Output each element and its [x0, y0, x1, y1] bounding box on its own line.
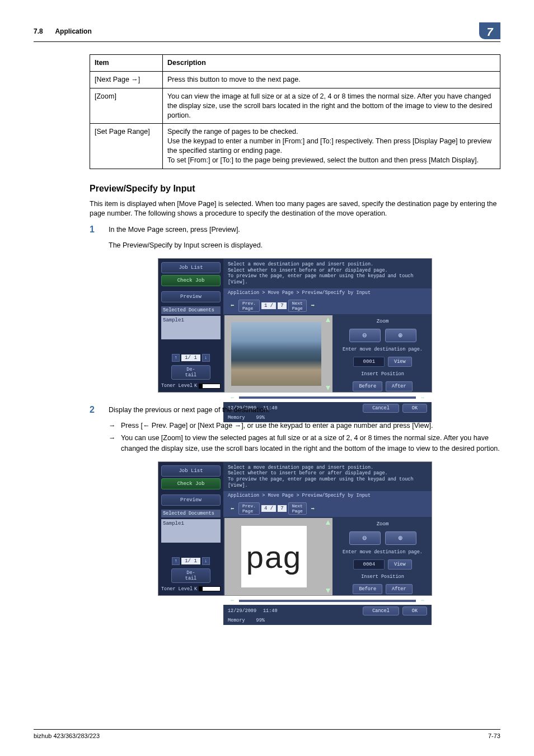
content-area: Item Description [Next Page →] Press thi… — [90, 54, 500, 596]
toner-k: K — [194, 383, 197, 389]
sub-bullet: → You can use [Zoom] to view the selecte… — [109, 433, 500, 453]
section-number: 7.8 — [34, 27, 43, 35]
section-label: 7.8 Application — [34, 27, 92, 35]
page-counter-current: 1 / — [261, 302, 276, 309]
selected-documents-header: Selected Documents — [161, 306, 221, 314]
svg-marker-1 — [326, 386, 330, 390]
page-footer: bizhub 423/363/283/223 7-73 — [34, 729, 500, 739]
status-bar-2: Memory 99% — [223, 616, 432, 625]
page-number-field[interactable]: 0004 — [353, 559, 385, 570]
horizontal-scroll: ⬅ ➡ — [223, 596, 432, 605]
zoom-out-button[interactable]: ⊖ — [349, 329, 381, 342]
h-scroll-track[interactable] — [239, 600, 416, 602]
toner-bar — [199, 586, 221, 591]
chapter-badge: 7 — [479, 22, 500, 39]
down-arrow-icon[interactable]: ↓ — [202, 354, 210, 362]
intro-paragraph: This item is displayed when [Move Page] … — [90, 199, 500, 219]
preview-tab[interactable]: Preview — [161, 494, 221, 506]
enter-dest-label: Enter move destination page. — [339, 549, 426, 555]
status-time: 11:40 — [263, 608, 278, 614]
scroll-right-icon[interactable]: ➡ — [418, 597, 427, 604]
toner-bar — [199, 384, 221, 389]
table-row: [Next Page →] Press this button to move … — [90, 71, 500, 88]
horizontal-scroll: ⬅ ➡ — [223, 394, 432, 402]
after-button[interactable]: After — [386, 381, 413, 391]
job-list-tab[interactable]: Job List — [161, 262, 221, 273]
scroll-down-icon[interactable] — [325, 385, 331, 391]
up-arrow-icon[interactable]: ↑ — [172, 557, 180, 565]
view-button[interactable]: View — [388, 357, 411, 367]
job-list-tab[interactable]: Job List — [161, 465, 221, 477]
step-2: 2 Display the previous or next page of t… — [90, 405, 500, 417]
ok-button[interactable]: OK — [402, 606, 427, 615]
after-button[interactable]: After — [386, 584, 413, 594]
selected-documents-header: Selected Documents — [161, 510, 221, 517]
detail-button[interactable]: De- tail — [171, 568, 210, 583]
toner-k: K — [194, 586, 197, 592]
page-counter-total: 7 — [278, 505, 286, 512]
before-button[interactable]: Before — [353, 584, 382, 594]
left-arrow-icon[interactable]: ⬅ — [228, 505, 237, 512]
prev-page-button[interactable]: Prev. Page — [238, 300, 260, 312]
zoom-out-button[interactable]: ⊖ — [349, 531, 381, 545]
instruction-text: Select a move destination page and inser… — [223, 259, 432, 288]
preview-tab[interactable]: Preview — [161, 291, 221, 302]
cancel-button[interactable]: Cancel — [363, 606, 399, 615]
scroll-up-icon[interactable] — [325, 519, 331, 526]
page-strip: ↑ 1/ 1 ↓ — [161, 354, 221, 362]
screenshot-figure-1: Job List Check Job Preview Selected Docu… — [90, 258, 500, 393]
down-arrow-icon[interactable]: ↓ — [202, 557, 210, 565]
zoom-in-button[interactable]: ⊕ — [385, 531, 416, 545]
page-strip-value: 1/ 1 — [181, 354, 200, 361]
th-desc: Description — [163, 55, 500, 72]
zoom-label: Zoom — [339, 521, 426, 527]
page-bar: ⬅ Prev. Page 4 / 7 Next Page ➡ — [223, 500, 432, 517]
step-number: 1 — [90, 225, 109, 235]
next-page-button[interactable]: Next Page — [288, 502, 307, 515]
scroll-down-icon[interactable] — [325, 587, 331, 594]
svg-marker-3 — [326, 589, 330, 593]
scroll-right-icon[interactable]: ➡ — [418, 394, 427, 402]
description-table: Item Description [Next Page →] Press thi… — [90, 54, 500, 169]
page-number-field[interactable]: 0001 — [353, 357, 385, 367]
left-arrow-icon[interactable]: ⬅ — [228, 302, 237, 309]
scroll-left-icon[interactable]: ⬅ — [228, 394, 237, 402]
check-job-tab[interactable]: Check Job — [161, 275, 221, 286]
step-text: Display the previous or next page of the… — [109, 405, 500, 415]
preview-image — [231, 322, 321, 386]
cell-desc: Press this button to move to the next pa… — [163, 71, 500, 88]
detail-button[interactable]: De- tail — [171, 365, 210, 380]
view-button[interactable]: View — [388, 559, 411, 570]
cell-item: [Zoom] — [90, 88, 163, 124]
sub-bullet-text: You can use [Zoom] to view the selected … — [121, 433, 500, 453]
toner-label: Toner Level — [161, 383, 193, 389]
page-counter-current: 4 / — [261, 505, 276, 512]
table-row: [Set Page Range] Specify the range of pa… — [90, 124, 500, 169]
page-counter-total: 7 — [278, 302, 286, 309]
h-scroll-track[interactable] — [239, 396, 416, 399]
toner-label: Toner Level — [161, 586, 193, 592]
page-strip-value: 1/ 1 — [181, 558, 200, 564]
prev-page-button[interactable]: Prev. Page — [238, 502, 260, 515]
subsection-heading: Preview/Specify by Input — [90, 184, 500, 194]
page-strip: ↑ 1/ 1 ↓ — [161, 557, 221, 565]
right-arrow-icon[interactable]: ➡ — [308, 505, 317, 512]
selected-documents-body: Sample1 — [161, 316, 221, 339]
before-button[interactable]: Before — [353, 381, 382, 391]
right-arrow-icon[interactable]: ➡ — [308, 302, 317, 309]
footer-product: bizhub 423/363/283/223 — [34, 732, 100, 739]
check-job-tab[interactable]: Check Job — [161, 478, 221, 489]
next-page-button[interactable]: Next Page — [288, 300, 307, 312]
sub-bullet-text: Press [← Prev. Page] or [Next Page →], o… — [121, 421, 500, 431]
scroll-left-icon[interactable]: ⬅ — [228, 597, 237, 604]
scroll-up-icon[interactable] — [325, 316, 331, 323]
status-pct: 99% — [256, 618, 265, 623]
svg-marker-2 — [326, 520, 330, 525]
zoom-in-button[interactable]: ⊕ — [385, 329, 416, 342]
status-bar: 12/29/2009 11:40 Cancel OK — [223, 605, 432, 617]
arrow-icon: → — [109, 421, 121, 431]
breadcrumb: Application > Move Page > Preview/Specif… — [223, 288, 432, 297]
cell-desc: You can view the image at full size or a… — [163, 88, 500, 124]
up-arrow-icon[interactable]: ↑ — [172, 354, 180, 362]
cell-desc: Specify the range of pages to be checked… — [163, 124, 500, 169]
